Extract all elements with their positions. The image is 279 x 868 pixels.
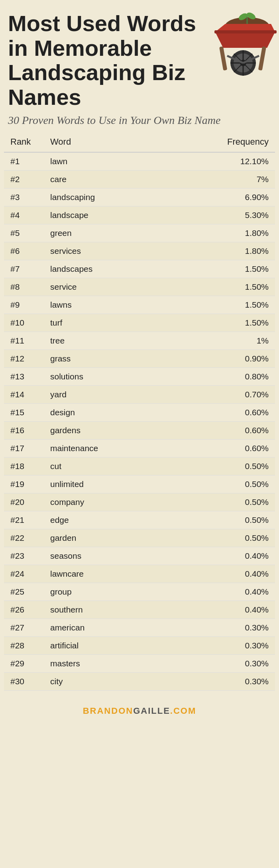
cell-word: yard: [44, 385, 171, 403]
cell-word: landscaping: [44, 188, 171, 206]
cell-rank: #20: [4, 493, 44, 511]
table-row: #15design0.60%: [4, 403, 275, 421]
footer-brand-name: BRANDON: [83, 706, 133, 716]
cell-word: design: [44, 403, 171, 421]
subtitle: 30 Proven Words to Use in Your Own Biz N…: [8, 113, 271, 128]
cell-word: company: [44, 493, 171, 511]
cell-rank: #16: [4, 421, 44, 439]
cell-frequency: 0.40%: [171, 583, 275, 601]
cell-frequency: 1.50%: [171, 314, 275, 332]
cell-frequency: 0.60%: [171, 439, 275, 457]
table-row: #13solutions0.80%: [4, 367, 275, 385]
table-row: #24lawncare0.40%: [4, 565, 275, 583]
table-row: #21edge0.50%: [4, 511, 275, 529]
cell-frequency: 0.50%: [171, 493, 275, 511]
cell-word: lawncare: [44, 565, 171, 583]
table-row: #27american0.30%: [4, 619, 275, 636]
cell-rank: #3: [4, 188, 44, 206]
main-title: Most Used Words in Memorable Landscaping…: [8, 11, 215, 109]
table-header-row: Rank Word Frequency: [4, 132, 275, 152]
cell-rank: #30: [4, 672, 44, 690]
col-rank: Rank: [4, 132, 44, 152]
cell-rank: #11: [4, 332, 44, 350]
cell-rank: #29: [4, 654, 44, 672]
table-row: #17maintenance0.60%: [4, 439, 275, 457]
table-row: #29masters0.30%: [4, 654, 275, 672]
cell-frequency: 0.30%: [171, 619, 275, 636]
table-row: #5green1.80%: [4, 224, 275, 242]
cell-word: maintenance: [44, 439, 171, 457]
table-row: #23seasons0.40%: [4, 547, 275, 565]
cell-rank: #24: [4, 565, 44, 583]
cell-rank: #14: [4, 385, 44, 403]
cell-frequency: 1.50%: [171, 278, 275, 296]
table-row: #6services1.80%: [4, 242, 275, 260]
table-row: #20company0.50%: [4, 493, 275, 511]
cell-frequency: 0.40%: [171, 565, 275, 583]
cell-frequency: 0.50%: [171, 511, 275, 529]
cell-rank: #6: [4, 242, 44, 260]
cell-word: american: [44, 619, 171, 636]
cell-rank: #28: [4, 636, 44, 654]
cell-rank: #23: [4, 547, 44, 565]
cell-word: care: [44, 170, 171, 188]
cell-frequency: 0.30%: [171, 672, 275, 690]
cell-rank: #10: [4, 314, 44, 332]
cell-rank: #25: [4, 583, 44, 601]
cell-word: solutions: [44, 367, 171, 385]
table-row: #9lawns1.50%: [4, 296, 275, 314]
table-row: #25group0.40%: [4, 583, 275, 601]
cell-rank: #5: [4, 224, 44, 242]
cell-frequency: 0.40%: [171, 601, 275, 619]
cell-word: gardens: [44, 421, 171, 439]
page-wrapper: Most Used Words in Memorable Landscaping…: [0, 0, 279, 724]
footer-brand-surname: GAILLE: [133, 706, 170, 716]
cell-word: lawns: [44, 296, 171, 314]
cell-word: city: [44, 672, 171, 690]
table-row: #16gardens0.60%: [4, 421, 275, 439]
cell-rank: #17: [4, 439, 44, 457]
cell-frequency: 1%: [171, 332, 275, 350]
cell-frequency: 5.30%: [171, 206, 275, 224]
cell-rank: #15: [4, 403, 44, 421]
cell-frequency: 0.60%: [171, 403, 275, 421]
cell-frequency: 1.50%: [171, 296, 275, 314]
cell-word: southern: [44, 601, 171, 619]
cell-frequency: 1.50%: [171, 260, 275, 278]
cell-rank: #19: [4, 475, 44, 493]
cell-word: landscape: [44, 206, 171, 224]
footer-brand-tld: .COM: [170, 706, 196, 716]
svg-rect-6: [258, 46, 266, 71]
footer: BRANDONGAILLE.COM: [0, 699, 279, 724]
cell-rank: #22: [4, 529, 44, 547]
svg-rect-5: [219, 46, 227, 71]
cell-word: seasons: [44, 547, 171, 565]
cell-frequency: 0.30%: [171, 654, 275, 672]
table-row: #4landscape5.30%: [4, 206, 275, 224]
cell-rank: #4: [4, 206, 44, 224]
header-section: Most Used Words in Memorable Landscaping…: [0, 0, 279, 132]
table-row: #12grass0.90%: [4, 350, 275, 367]
table-section: Rank Word Frequency #1lawn12.10%#2care7%…: [0, 132, 279, 699]
wheelbarrow-illustration: [203, 4, 279, 84]
table-row: #30city0.30%: [4, 672, 275, 690]
cell-frequency: 0.30%: [171, 636, 275, 654]
table-row: #1lawn12.10%: [4, 152, 275, 171]
cell-word: grass: [44, 350, 171, 367]
cell-rank: #8: [4, 278, 44, 296]
cell-word: service: [44, 278, 171, 296]
cell-word: unlimited: [44, 475, 171, 493]
table-row: #10turf1.50%: [4, 314, 275, 332]
cell-word: tree: [44, 332, 171, 350]
cell-frequency: 1.80%: [171, 242, 275, 260]
table-row: #11tree1%: [4, 332, 275, 350]
cell-rank: #13: [4, 367, 44, 385]
cell-rank: #12: [4, 350, 44, 367]
cell-rank: #18: [4, 457, 44, 475]
cell-rank: #7: [4, 260, 44, 278]
cell-word: turf: [44, 314, 171, 332]
cell-word: masters: [44, 654, 171, 672]
table-row: #7landscapes1.50%: [4, 260, 275, 278]
cell-rank: #1: [4, 152, 44, 171]
table-row: #3landscaping6.90%: [4, 188, 275, 206]
